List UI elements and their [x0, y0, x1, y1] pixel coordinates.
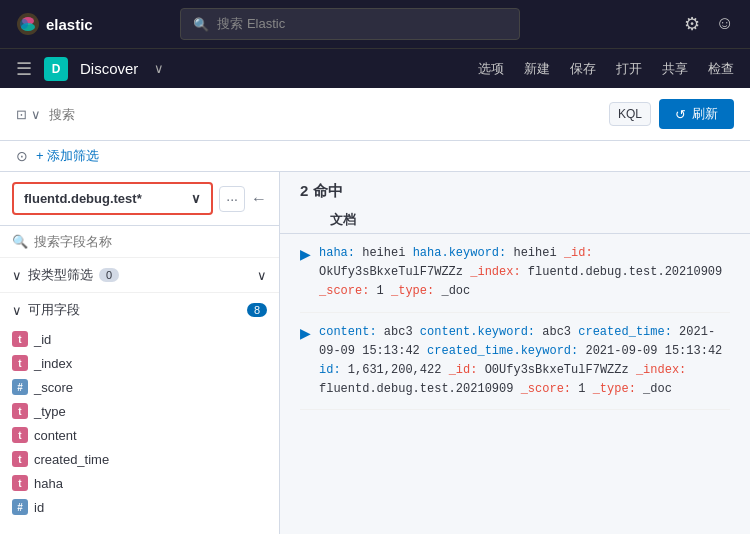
field-type-badge: # — [12, 499, 28, 515]
col-doc-label: 文档 — [330, 211, 356, 229]
open-btn[interactable]: 打开 — [616, 60, 642, 78]
second-nav: ☰ D Discover ∨ 选项 新建 保存 打开 共享 检查 — [0, 48, 750, 88]
row-expand-btn[interactable]: ▶ — [300, 244, 311, 302]
dots-menu-btn[interactable]: ··· — [219, 186, 245, 212]
available-label: ∨ 可用字段 — [12, 301, 80, 319]
field-item[interactable]: t_index — [12, 351, 267, 375]
content-area: 2 命中 文档 ▶haha: heihei haha.keyword: heih… — [280, 172, 750, 534]
global-search[interactable]: 🔍 搜索 Elastic — [180, 8, 520, 40]
field-type-badge: t — [12, 451, 28, 467]
filter-count-badge: 0 — [99, 268, 119, 282]
filter-bubble-icon: ⊙ — [16, 148, 28, 164]
arrow-left-icon[interactable]: ← — [251, 190, 267, 208]
available-fields-section: ∨ 可用字段 8 t_idt_index#_scoret_typetconten… — [0, 293, 279, 534]
row-expand-btn[interactable]: ▶ — [300, 323, 311, 400]
field-type-badge: # — [12, 379, 28, 395]
filter-icon: ⊡ — [16, 107, 27, 122]
kql-badge[interactable]: KQL — [609, 102, 651, 126]
refresh-icon: ↺ — [675, 107, 686, 122]
search-row: ⊡ ∨ KQL ↺ 刷新 — [0, 88, 750, 141]
field-type-badge: t — [12, 403, 28, 419]
add-filter-btn[interactable]: + 添加筛选 — [36, 147, 99, 165]
field-name-label: _id — [34, 332, 51, 347]
field-item[interactable]: tcreated_time — [12, 447, 267, 471]
chevron-down-icon: ∨ — [12, 268, 22, 283]
app-badge: D — [44, 57, 68, 81]
search-fields-input[interactable] — [34, 234, 267, 249]
field-name-label: created_time — [34, 452, 109, 467]
row-content: content: abc3 content.keyword: abc3 crea… — [319, 323, 730, 400]
inspect-btn[interactable]: 检查 — [708, 60, 734, 78]
available-header: ∨ 可用字段 8 — [12, 301, 267, 319]
table-row: ▶content: abc3 content.keyword: abc3 cre… — [300, 313, 730, 411]
share-btn[interactable]: 共享 — [662, 60, 688, 78]
index-pattern-row: fluentd.debug.test* ∨ ··· ← — [0, 172, 279, 226]
refresh-label: 刷新 — [692, 105, 718, 123]
chevron-down-icon[interactable]: ∨ — [154, 61, 164, 76]
global-search-placeholder: 搜索 Elastic — [217, 15, 285, 33]
hamburger-icon[interactable]: ☰ — [16, 58, 32, 80]
field-type-badge: t — [12, 355, 28, 371]
filter-expand-icon: ∨ — [257, 268, 267, 283]
field-type-badge: t — [12, 475, 28, 491]
logo-text: elastic — [46, 16, 93, 33]
field-item[interactable]: thaha — [12, 471, 267, 495]
search-prefix[interactable]: ⊡ ∨ — [16, 107, 41, 122]
main-layout: fluentd.debug.test* ∨ ··· ← 🔍 ∨ 按类型筛选 0 … — [0, 172, 750, 534]
table-row: ▶haha: heihei haha.keyword: heihei _id: … — [300, 234, 730, 313]
field-item[interactable]: #_score — [12, 375, 267, 399]
field-name-label: content — [34, 428, 77, 443]
field-filter-section: ∨ 按类型筛选 0 ∨ — [0, 258, 279, 293]
available-count-badge: 8 — [247, 303, 267, 317]
field-filter-label: ∨ 按类型筛选 0 — [12, 266, 119, 284]
field-item[interactable]: #id — [12, 495, 267, 519]
search-input[interactable] — [49, 96, 601, 132]
results-list: ▶haha: heihei haha.keyword: heihei _id: … — [280, 234, 750, 534]
field-type-badge: t — [12, 331, 28, 347]
index-pattern-label: fluentd.debug.test* — [24, 191, 142, 206]
chevron-down2-icon: ∨ — [12, 303, 22, 318]
field-name-label: _type — [34, 404, 66, 419]
discover-label: Discover — [80, 60, 138, 77]
refresh-button[interactable]: ↺ 刷新 — [659, 99, 734, 129]
index-chevron-icon: ∨ — [191, 191, 201, 206]
top-nav: elastic 🔍 搜索 Elastic ⚙ ☺ — [0, 0, 750, 48]
svg-point-3 — [20, 19, 28, 29]
field-item[interactable]: t_type — [12, 399, 267, 423]
save-btn[interactable]: 保存 — [570, 60, 596, 78]
fields-list: t_idt_index#_scoret_typetcontenttcreated… — [12, 327, 267, 519]
new-btn[interactable]: 新建 — [524, 60, 550, 78]
search-fields-row: 🔍 — [0, 226, 279, 258]
field-item[interactable]: t_id — [12, 327, 267, 351]
sidebar: fluentd.debug.test* ∨ ··· ← 🔍 ∨ 按类型筛选 0 … — [0, 172, 280, 534]
settings-icon[interactable]: ⚙ — [684, 13, 700, 35]
field-name-label: _score — [34, 380, 73, 395]
options-btn[interactable]: 选项 — [478, 60, 504, 78]
index-pattern-btn[interactable]: fluentd.debug.test* ∨ — [12, 182, 213, 215]
nav-icons: ⚙ ☺ — [684, 13, 734, 35]
field-name-label: id — [34, 500, 44, 515]
field-name-label: haha — [34, 476, 63, 491]
search-icon: 🔍 — [193, 17, 209, 32]
field-name-label: _index — [34, 356, 72, 371]
logo: elastic — [16, 12, 93, 36]
user-icon[interactable]: ☺ — [716, 13, 734, 35]
row-content: haha: heihei haha.keyword: heihei _id: O… — [319, 244, 730, 302]
filter-row: ⊙ + 添加筛选 — [0, 141, 750, 172]
field-item[interactable]: tcontent — [12, 423, 267, 447]
field-filter-header[interactable]: ∨ 按类型筛选 0 ∨ — [12, 266, 267, 284]
field-type-badge: t — [12, 427, 28, 443]
table-header: 文档 — [280, 207, 750, 234]
chevron-icon: ∨ — [31, 107, 41, 122]
results-count: 2 命中 — [280, 172, 750, 207]
search-fields-icon: 🔍 — [12, 234, 28, 249]
second-nav-actions: 选项 新建 保存 打开 共享 检查 — [478, 60, 734, 78]
elastic-logo-icon — [16, 12, 40, 36]
